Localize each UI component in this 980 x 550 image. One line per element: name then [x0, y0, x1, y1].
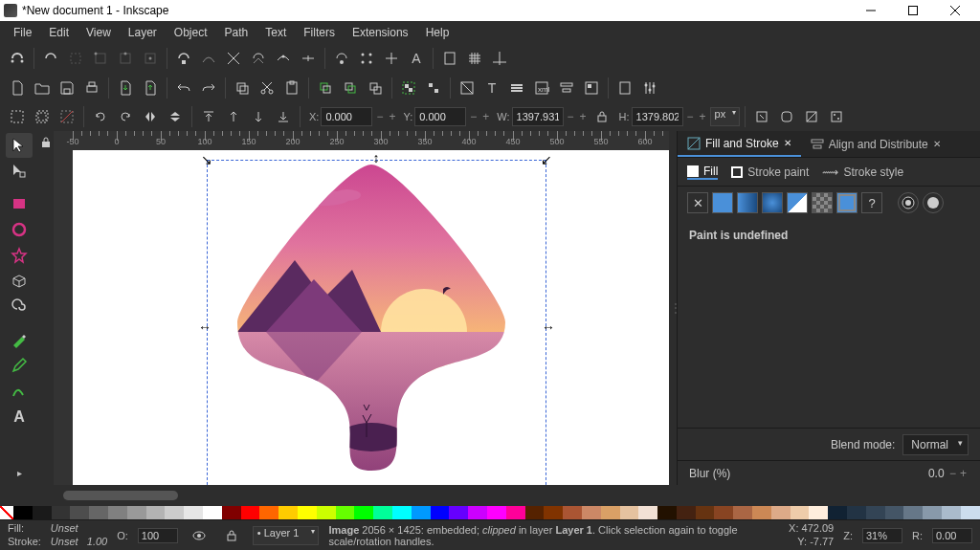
menu-filters[interactable]: Filters [295, 23, 344, 42]
x-plus-icon[interactable]: + [387, 110, 397, 123]
maximize-button[interactable] [892, 0, 934, 21]
spiral-tool-icon[interactable] [6, 295, 33, 319]
palette-swatch[interactable] [222, 506, 241, 519]
raise-icon[interactable] [222, 105, 245, 128]
print-icon[interactable] [80, 77, 103, 99]
flat-color-icon[interactable] [712, 192, 733, 213]
save-icon[interactable] [56, 77, 78, 99]
palette-swatch[interactable] [903, 506, 923, 519]
fill-rule-evenodd-icon[interactable] [898, 192, 919, 213]
menu-object[interactable]: Object [166, 23, 216, 42]
3dbox-tool-icon[interactable] [6, 269, 33, 294]
palette-none-icon[interactable] [0, 506, 13, 519]
transform-corners-icon[interactable] [775, 105, 798, 128]
y-minus-icon[interactable]: − [468, 110, 479, 123]
palette-swatch[interactable] [752, 506, 771, 519]
document-properties-icon[interactable] [613, 77, 636, 99]
snap-guide-icon[interactable] [488, 47, 511, 70]
lower-bottom-icon[interactable] [272, 105, 295, 128]
h-scroll-thumb[interactable] [63, 491, 178, 500]
subtab-stroke-style[interactable]: ⟿Stroke style [822, 164, 903, 180]
palette-swatch[interactable] [657, 506, 677, 519]
w-plus-icon[interactable]: + [578, 110, 589, 123]
palette-swatch[interactable] [885, 506, 904, 519]
h-minus-icon[interactable]: − [685, 110, 696, 123]
h-scrollbar[interactable] [0, 485, 980, 506]
mesh-gradient-icon[interactable] [787, 192, 808, 213]
palette-swatch[interactable] [506, 506, 525, 519]
opacity-input[interactable] [138, 528, 178, 543]
unlink-clone-icon[interactable] [364, 77, 387, 99]
swatch-icon[interactable] [836, 192, 858, 213]
node-tool-icon[interactable] [6, 159, 33, 184]
menu-file[interactable]: File [5, 23, 40, 42]
preferences-icon[interactable] [638, 77, 661, 99]
flip-v-icon[interactable] [164, 105, 187, 128]
status-stroke-width[interactable]: 1.00 [87, 536, 107, 547]
palette-swatch[interactable] [791, 506, 810, 519]
calligraphy-tool-icon[interactable] [6, 379, 33, 404]
palette-swatch[interactable] [638, 506, 657, 519]
palette-swatch[interactable] [165, 506, 184, 519]
status-fill-value[interactable]: Unset [51, 522, 78, 534]
handle-e[interactable]: ↔ [544, 322, 553, 332]
text-dialog-icon[interactable]: T [480, 77, 503, 99]
palette-swatch[interactable] [431, 506, 450, 519]
lower-icon[interactable] [247, 105, 270, 128]
snap-toggle-icon[interactable] [6, 47, 29, 70]
subtab-fill[interactable]: Fill [687, 164, 718, 180]
snap-node-icon[interactable] [172, 47, 195, 70]
group-icon[interactable] [397, 77, 420, 99]
unit-select[interactable]: px [710, 107, 741, 126]
close-button[interactable] [934, 0, 976, 21]
layer-lock-icon[interactable] [220, 524, 243, 547]
panel-grip[interactable] [669, 131, 677, 485]
snap-smooth-icon[interactable] [272, 47, 295, 70]
palette-swatch[interactable] [392, 506, 412, 519]
palette-swatch[interactable] [847, 506, 866, 519]
lock-aspect-icon[interactable] [590, 105, 613, 128]
close-tab2-icon[interactable]: ✕ [933, 139, 941, 149]
w-input[interactable] [512, 107, 564, 126]
menu-view[interactable]: View [78, 23, 120, 42]
tab-fill-and-stroke[interactable]: Fill and Stroke ✕ [678, 131, 801, 157]
layer-visible-icon[interactable] [188, 524, 211, 547]
close-tab-icon[interactable]: ✕ [784, 138, 791, 148]
vertical-ruler[interactable] [54, 150, 73, 485]
layers-dialog-icon[interactable] [505, 77, 528, 99]
text-tool-icon[interactable]: A [6, 405, 33, 429]
palette-swatch[interactable] [241, 506, 260, 519]
copy-icon[interactable] [231, 77, 254, 99]
lock-guides-icon[interactable] [38, 131, 54, 154]
palette-swatch[interactable] [487, 506, 506, 519]
pen-tool-icon[interactable] [6, 327, 33, 352]
snap-bbox-midpoint-icon[interactable] [114, 47, 137, 70]
palette-swatch[interactable] [733, 506, 752, 519]
palette-swatch[interactable] [923, 506, 942, 519]
palette-swatch[interactable] [278, 506, 298, 519]
blur-minus-icon[interactable]: − [947, 467, 958, 480]
rotation-input[interactable] [932, 528, 972, 543]
palette-swatch[interactable] [942, 506, 961, 519]
artwork-image[interactable] [209, 155, 534, 480]
xml-dialog-icon[interactable]: xml [530, 77, 553, 99]
palette-swatch[interactable] [127, 506, 146, 519]
palette-swatch[interactable] [449, 506, 468, 519]
rectangle-tool-icon[interactable] [6, 191, 33, 216]
palette-swatch[interactable] [33, 506, 52, 519]
h-plus-icon[interactable]: + [698, 110, 708, 123]
snap-center-icon[interactable] [355, 47, 378, 70]
snap-bbox-center-icon[interactable] [139, 47, 162, 70]
palette-swatch[interactable] [601, 506, 620, 519]
pencil-tool-icon[interactable] [6, 353, 33, 378]
horizontal-ruler[interactable]: -500501001502002503003504004505005506006… [54, 131, 669, 150]
snap-grid-icon[interactable] [463, 47, 486, 70]
palette-swatch[interactable] [582, 506, 601, 519]
ellipse-tool-icon[interactable] [6, 217, 33, 242]
cut-icon[interactable] [256, 77, 278, 99]
unknown-paint-icon[interactable]: ? [861, 192, 882, 213]
y-input[interactable] [414, 107, 466, 126]
minimize-button[interactable] [850, 0, 892, 21]
layer-select[interactable]: • Layer 1 [253, 526, 320, 545]
palette-swatch[interactable] [317, 506, 336, 519]
